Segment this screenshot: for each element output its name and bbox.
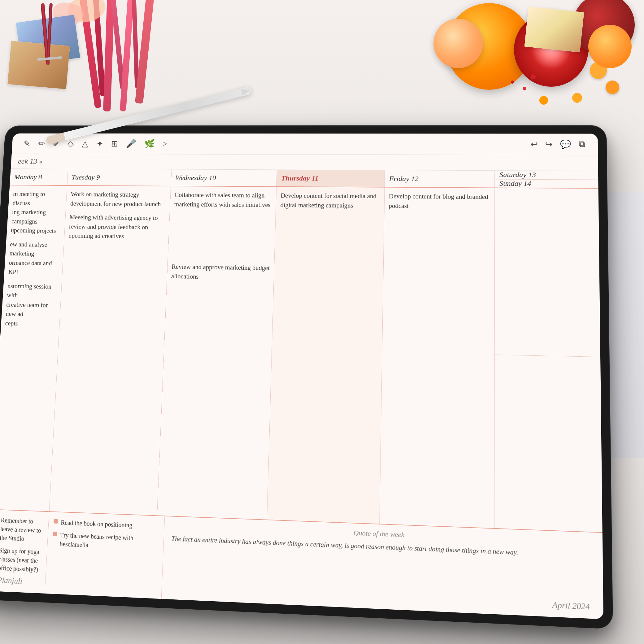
mic-icon[interactable]: 🎤 — [126, 139, 136, 149]
monday-header: Monday 8 — [10, 169, 68, 185]
leaf-icon[interactable]: 🌿 — [144, 139, 155, 149]
tuesday-column: Work on marketing strategy development f… — [49, 186, 171, 516]
brand-label: Planjuli — [0, 576, 23, 586]
tablet-outer: ✎ ✏ ✐ ◇ △ ✦ ⊞ 🎤 🌿 > ↩ ↪ 💬 — [0, 125, 613, 629]
weekend-header: Saturday 13 Sunday 14 — [495, 171, 598, 188]
todo-item-3: Read the book on positioning — [53, 518, 159, 531]
thursday-column: Develop content for social media and dig… — [267, 187, 385, 524]
friday-column: Develop content for blog and branded pod… — [380, 188, 495, 528]
weekend-column — [494, 188, 602, 532]
tablet-screen: ✎ ✏ ✐ ◇ △ ✦ ⊞ 🎤 🌿 > ↩ ↪ 💬 — [0, 133, 603, 619]
shape-icon[interactable]: △ — [82, 139, 89, 149]
tablet-wrapper: ✎ ✏ ✐ ◇ △ ✦ ⊞ 🎤 🌿 > ↩ ↪ 💬 — [0, 125, 613, 629]
copy-icon[interactable]: ⧉ — [579, 139, 585, 149]
monday-event-1: m meeting to discussing marketing campai… — [11, 189, 63, 236]
tuesday-event-2: Meeeing with advertising agency to revie… — [68, 213, 165, 241]
friday-event-1: Develop content for blog and branded pod… — [389, 192, 490, 211]
tuesday-event-1: Work on marketing strategy development f… — [70, 190, 166, 209]
comment-icon[interactable]: 💬 — [560, 139, 571, 149]
pen-icon[interactable]: ✏ — [38, 139, 45, 148]
todo-text-3: Read the book on positioning — [61, 518, 133, 530]
pencil-icon[interactable]: ✎ — [24, 139, 31, 148]
todo-item-4: Try the new beans recipe with besciamell… — [52, 530, 159, 552]
todo-dot-3 — [54, 519, 58, 524]
week-label: eek 13 — [18, 157, 37, 166]
sunday-header: Sunday 14 — [495, 179, 598, 188]
wednesday-event-1: Collaborate with sales team to align mar… — [174, 190, 272, 210]
thursday-header: Thursday 11 — [277, 170, 385, 187]
calendar-area: eek 13 » Monday 8 Tuesday 9 Wednes — [0, 154, 603, 619]
todo-text-1: Remember to leave a review to the Studio — [0, 516, 44, 544]
wednesday-header: Wednesday 10 — [171, 169, 277, 186]
monday-event-3: nstorming session withcreative team for … — [5, 281, 58, 329]
redo-icon[interactable]: ↪ — [545, 139, 553, 149]
bottom-quote: Quote of the week The fact an entire ind… — [162, 516, 603, 620]
monday-event-2: ew and analyse marketingormance data and… — [8, 240, 60, 277]
grid-icon[interactable]: ⊞ — [111, 139, 118, 149]
saturday-header: Saturday 13 — [495, 171, 598, 180]
scene: ✎ ✏ ✐ ◇ △ ✦ ⊞ 🎤 🌿 > ↩ ↪ 💬 — [0, 0, 644, 644]
star-icon[interactable]: ✦ — [96, 139, 103, 149]
todo-dot-4 — [53, 532, 57, 536]
calendar-body: m meeting to discussing marketing campai… — [0, 185, 603, 532]
tuesday-header: Tuesday 9 — [67, 169, 172, 186]
friday-header: Friday 12 — [385, 170, 495, 188]
diamond-icon[interactable]: ◇ — [67, 139, 74, 149]
todo-text-4: Try the new beans recipe with besciamell… — [59, 531, 159, 552]
todo-item-1: Remember to leave a review to the Studio — [0, 516, 44, 544]
toolbar-left: ✎ ✏ ✐ ◇ △ ✦ ⊞ 🎤 🌿 > — [24, 139, 168, 149]
wednesday-column: Collaborate with sales team to align mar… — [157, 186, 276, 520]
bottom-middle-todos: Read the book on positioning Try the new… — [45, 512, 165, 599]
week-arrow: » — [39, 157, 43, 166]
wednesday-event-2: Review and approve marketing budget allo… — [171, 262, 270, 282]
todo-item-2: Sign up for yoga classes (near the offic… — [0, 546, 42, 574]
toolbar-right: ↩ ↪ 💬 ⧉ — [530, 139, 585, 149]
toolbar: ✎ ✏ ✐ ◇ △ ✦ ⊞ 🎤 🌿 > ↩ ↪ 💬 — [12, 133, 598, 155]
undo-icon[interactable]: ↩ — [530, 139, 538, 149]
saturday-column — [495, 188, 600, 357]
week-bar: eek 13 » — [11, 154, 598, 171]
sunday-column — [494, 355, 602, 532]
thursday-event-1: Develop content for social media and dig… — [280, 191, 380, 211]
month-label: April 2024 — [552, 600, 590, 612]
todo-text-2: Sign up for yoga classes (near the offic… — [0, 546, 42, 574]
more-icon[interactable]: > — [163, 139, 168, 148]
